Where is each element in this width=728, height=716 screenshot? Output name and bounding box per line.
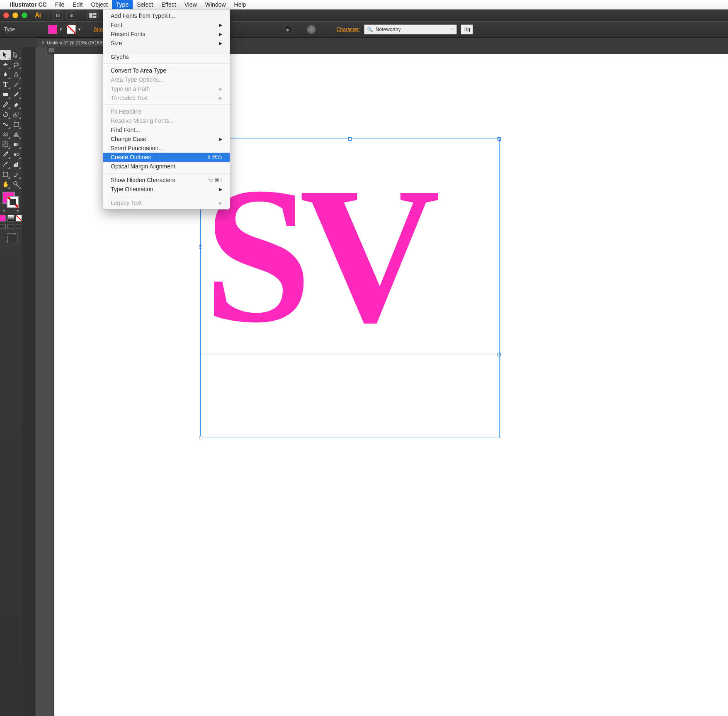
- svg-rect-0: [89, 13, 92, 18]
- fill-swatch[interactable]: ▼: [48, 25, 63, 34]
- submenu-arrow-icon: ▶: [219, 22, 222, 28]
- svg-rect-1: [93, 13, 97, 15]
- font-family-value: Noteworthy: [376, 27, 448, 32]
- menu-item-label: Font: [111, 22, 122, 28]
- panel-gutter: [22, 47, 36, 48]
- tools-panel: ✦ T: [0, 47, 22, 48]
- fullscreen-window-button[interactable]: [22, 12, 27, 18]
- svg-rect-2: [93, 16, 97, 18]
- submenu-arrow-icon: ▶: [219, 32, 222, 37]
- menu-select[interactable]: Select: [133, 0, 157, 9]
- close-tab-icon[interactable]: ×: [41, 40, 44, 46]
- close-window-button[interactable]: [3, 12, 9, 18]
- minimize-window-button[interactable]: [12, 12, 18, 18]
- font-style-select[interactable]: Lig: [461, 24, 473, 34]
- arrange-documents-button[interactable]: [87, 11, 99, 19]
- type-menu-dropdown: Add Fonts from Typekit...Font▶Recent Fon…: [103, 9, 230, 48]
- menu-item-label: Size: [111, 40, 122, 46]
- menu-item-add-fonts-from-typekit[interactable]: Add Fonts from Typekit...: [103, 11, 230, 20]
- chevron-down-icon: ▼: [450, 27, 454, 32]
- menu-item-font[interactable]: Font▶: [103, 20, 230, 29]
- variable-width-profile-button[interactable]: ▶: [284, 25, 293, 34]
- menu-item-label: Add Fonts from Typekit...: [111, 12, 175, 19]
- menu-type[interactable]: Type: [112, 0, 133, 9]
- submenu-arrow-icon: ▶: [219, 41, 222, 46]
- window-controls: [3, 12, 27, 18]
- menu-item-size[interactable]: Size▶: [103, 39, 230, 48]
- recolor-button[interactable]: [307, 25, 316, 34]
- character-panel-link[interactable]: Character:: [337, 27, 360, 32]
- stock-button[interactable]: St: [66, 11, 76, 19]
- menu-window[interactable]: Window: [201, 0, 230, 9]
- selection-mode-label: Type: [4, 27, 15, 32]
- font-family-select[interactable]: 🔍 Noteworthy ▼: [364, 24, 457, 34]
- bridge-button[interactable]: Br: [53, 11, 63, 19]
- stroke-swatch[interactable]: ▼: [67, 25, 81, 34]
- menu-effect[interactable]: Effect: [157, 0, 180, 9]
- menu-edit[interactable]: Edit: [68, 0, 87, 9]
- menu-item-recent-fonts[interactable]: Recent Fonts▶: [103, 29, 230, 39]
- menu-help[interactable]: Help: [230, 0, 250, 9]
- menu-object[interactable]: Object: [87, 0, 112, 9]
- illustrator-logo-icon: Ai: [35, 12, 41, 19]
- menu-view[interactable]: View: [180, 0, 201, 9]
- menu-item-label: Recent Fonts: [111, 31, 145, 37]
- app-name[interactable]: Illustrator CC: [10, 1, 47, 8]
- search-icon: 🔍: [367, 27, 373, 32]
- menu-file[interactable]: File: [51, 0, 69, 9]
- mac-menubar: Illustrator CC File Edit Object Type Sel…: [0, 0, 728, 10]
